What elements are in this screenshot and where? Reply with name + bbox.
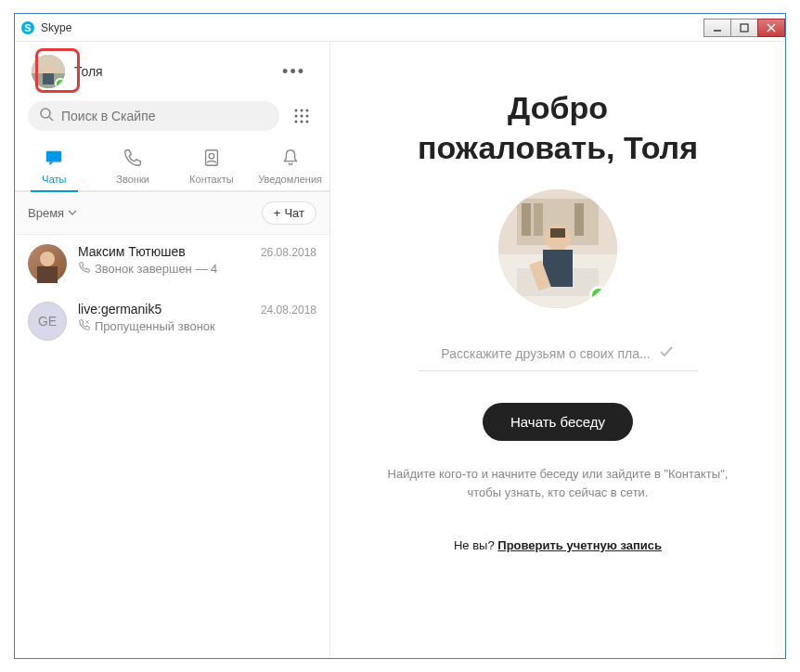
contact-avatar: GE bbox=[28, 302, 67, 341]
chat-date: 24.08.2018 bbox=[261, 304, 316, 317]
bell-icon bbox=[280, 148, 301, 172]
window-controls bbox=[704, 19, 785, 37]
tab-label: Контакты bbox=[189, 174, 234, 185]
check-icon bbox=[658, 343, 675, 363]
start-conversation-button[interactable]: Начать беседу bbox=[483, 403, 633, 441]
user-avatar[interactable] bbox=[32, 55, 65, 88]
status-input[interactable]: Расскажите друзьям о своих пла... bbox=[419, 336, 698, 371]
welcome-hint: Найдите кого-то и начните беседу или зай… bbox=[381, 465, 734, 501]
new-chat-button[interactable]: + Чат bbox=[262, 201, 316, 225]
dialpad-button[interactable] bbox=[287, 101, 316, 131]
plus-icon: + bbox=[274, 206, 281, 220]
chat-name: live:germanik5 bbox=[78, 302, 161, 317]
svg-text:S: S bbox=[24, 22, 31, 33]
more-button[interactable]: ••• bbox=[275, 58, 313, 85]
svg-point-16 bbox=[301, 115, 303, 118]
chat-body: live:germanik5 24.08.2018 Пропущенный зв… bbox=[78, 302, 316, 341]
svg-point-8 bbox=[44, 64, 53, 73]
main-pane: Добро пожаловать, Толя bbox=[330, 42, 785, 658]
svg-point-10 bbox=[41, 109, 50, 118]
search-row bbox=[15, 97, 329, 140]
svg-rect-9 bbox=[43, 73, 54, 84]
contact-avatar bbox=[28, 244, 67, 283]
svg-rect-30 bbox=[522, 203, 531, 236]
svg-rect-22 bbox=[205, 150, 217, 166]
status-placeholder: Расскажите друзьям о своих пла... bbox=[441, 346, 650, 361]
svg-point-13 bbox=[301, 110, 303, 112]
chevron-down-icon bbox=[68, 206, 77, 220]
skype-logo-icon: S bbox=[20, 20, 35, 35]
svg-rect-36 bbox=[550, 228, 565, 238]
svg-point-24 bbox=[40, 252, 55, 266]
chat-item[interactable]: GE live:germanik5 24.08.2018 Пропущенный… bbox=[15, 292, 329, 350]
missed-call-icon bbox=[78, 318, 91, 334]
svg-point-14 bbox=[306, 110, 309, 112]
filter-dropdown[interactable]: Время bbox=[28, 206, 77, 220]
welcome-title-line1: Добро bbox=[508, 90, 608, 125]
search-input[interactable] bbox=[61, 109, 268, 123]
window-title: Skype bbox=[41, 21, 704, 34]
app-body: Толя ••• Чаты Звонки bbox=[15, 42, 785, 658]
chat-date: 26.08.2018 bbox=[261, 246, 316, 259]
tabs: Чаты Звонки Контакты Уведомления bbox=[15, 140, 329, 192]
not-you-row: Не вы? Проверить учетную запись bbox=[454, 538, 662, 552]
svg-rect-32 bbox=[574, 203, 584, 236]
skype-window: S Skype Толя ••• bbox=[14, 13, 786, 659]
check-account-link[interactable]: Проверить учетную запись bbox=[497, 538, 662, 552]
svg-rect-21 bbox=[46, 151, 62, 162]
tab-notifications[interactable]: Уведомления bbox=[251, 140, 329, 190]
close-button[interactable] bbox=[757, 19, 785, 37]
welcome-avatar[interactable] bbox=[498, 189, 617, 308]
filter-row: Время + Чат bbox=[15, 192, 329, 235]
maximize-button[interactable] bbox=[730, 19, 758, 37]
svg-point-20 bbox=[306, 121, 309, 123]
tab-chats[interactable]: Чаты bbox=[15, 140, 94, 190]
search-icon bbox=[39, 107, 54, 125]
chat-name: Максим Тютюшев bbox=[78, 244, 186, 259]
presence-online-icon bbox=[589, 286, 608, 304]
profile-row: Толя ••• bbox=[15, 42, 329, 97]
tab-calls[interactable]: Звонки bbox=[94, 140, 173, 190]
tab-label: Звонки bbox=[116, 174, 149, 185]
svg-point-18 bbox=[295, 121, 298, 123]
presence-online-icon bbox=[55, 78, 65, 88]
svg-point-23 bbox=[209, 153, 214, 159]
minimize-button[interactable] bbox=[703, 19, 731, 37]
chat-list: Максим Тютюшев 26.08.2018 Звонок заверше… bbox=[15, 235, 329, 658]
contacts-icon bbox=[201, 148, 222, 172]
chat-body: Максим Тютюшев 26.08.2018 Звонок заверше… bbox=[78, 244, 316, 283]
chat-item[interactable]: Максим Тютюшев 26.08.2018 Звонок заверше… bbox=[15, 235, 329, 292]
title-bar: S Skype bbox=[15, 14, 785, 42]
not-you-prefix: Не вы? bbox=[454, 538, 497, 552]
chat-icon bbox=[44, 148, 64, 172]
svg-rect-31 bbox=[534, 203, 543, 236]
new-chat-label: Чат bbox=[284, 206, 304, 220]
svg-rect-25 bbox=[37, 266, 58, 283]
tab-label: Чаты bbox=[42, 174, 66, 185]
chat-subtitle: Звонок завершен — 4 bbox=[95, 262, 217, 276]
welcome-title: Добро пожаловать, Толя bbox=[418, 88, 698, 167]
phone-icon bbox=[123, 148, 143, 172]
svg-point-19 bbox=[301, 121, 303, 123]
svg-point-15 bbox=[295, 115, 298, 118]
chat-subtitle: Пропущенный звонок bbox=[95, 319, 215, 333]
welcome-title-line2: пожаловать, Толя bbox=[418, 130, 698, 165]
call-icon bbox=[78, 261, 91, 277]
profile-name[interactable]: Толя bbox=[74, 64, 275, 79]
filter-label-text: Время bbox=[28, 206, 64, 220]
svg-line-11 bbox=[49, 117, 53, 121]
svg-point-17 bbox=[306, 115, 309, 118]
tab-contacts[interactable]: Контакты bbox=[173, 140, 252, 190]
svg-rect-3 bbox=[741, 24, 748, 32]
svg-point-12 bbox=[295, 110, 298, 112]
sidebar: Толя ••• Чаты Звонки bbox=[15, 42, 330, 658]
search-box[interactable] bbox=[28, 101, 279, 131]
tab-label: Уведомления bbox=[258, 174, 322, 185]
